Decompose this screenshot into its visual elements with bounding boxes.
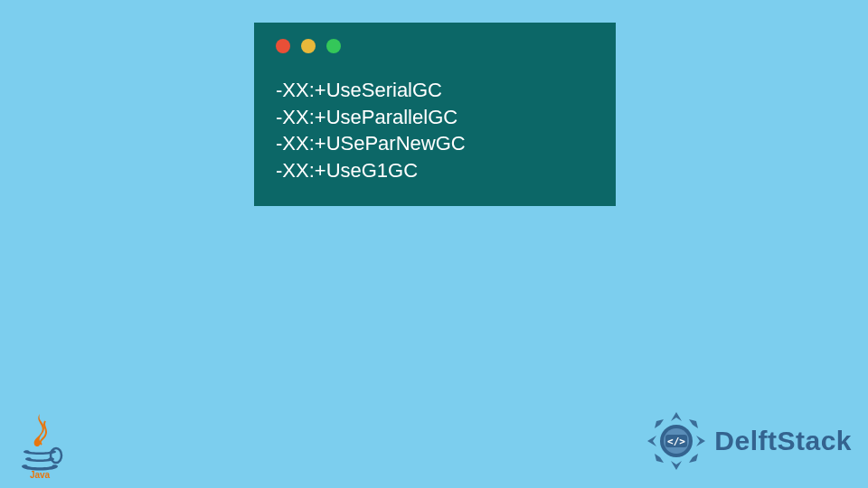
svg-text:Java: Java <box>30 470 51 479</box>
traffic-lights <box>274 39 596 53</box>
window-dot-green-icon <box>326 39 341 53</box>
delftstack-label: DelftStack <box>714 426 852 456</box>
svg-text:</>: </> <box>667 436 685 447</box>
delftstack-logo: </> DelftStack <box>644 408 852 474</box>
delftstack-badge-icon: </> <box>644 408 709 474</box>
code-line: -XX:+UseG1GC <box>276 157 596 184</box>
svg-point-0 <box>51 448 61 463</box>
code-line: -XX:+UseParallelGC <box>276 104 596 131</box>
code-block: -XX:+UseSerialGC -XX:+UseParallelGC -XX:… <box>274 77 596 184</box>
code-line: -XX:+USeParNewGC <box>276 130 596 157</box>
window-dot-yellow-icon <box>301 39 316 53</box>
code-window: -XX:+UseSerialGC -XX:+UseParallelGC -XX:… <box>254 23 616 206</box>
java-logo-icon: Java <box>14 412 65 479</box>
window-dot-red-icon <box>276 39 290 53</box>
code-line: -XX:+UseSerialGC <box>276 77 596 104</box>
